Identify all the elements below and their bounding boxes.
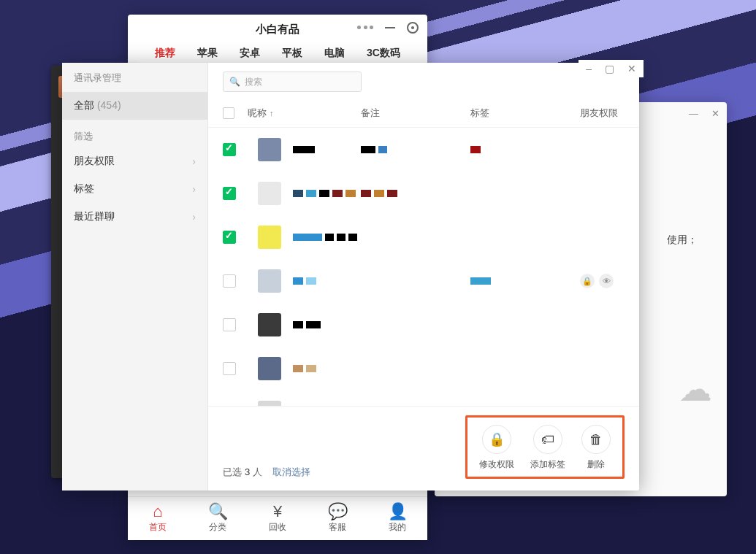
- row-checkbox[interactable]: [223, 143, 236, 156]
- nickname-redacted: [293, 232, 360, 243]
- contacts-footer: 已选 3 人 取消选择 🔒修改权限🏷添加标签🗑删除: [208, 406, 639, 490]
- more-icon[interactable]: [357, 26, 373, 30]
- contact-row[interactable]: [208, 172, 639, 215]
- contact-row[interactable]: [208, 303, 639, 347]
- action-buttons-highlight: 🔒修改权限🏷添加标签🗑删除: [465, 415, 625, 479]
- action-button-0[interactable]: 🔒修改权限: [479, 425, 514, 471]
- selected-suffix: 人: [253, 466, 262, 479]
- filter-label: 朋友权限: [74, 155, 115, 168]
- filter-item-0[interactable]: 朋友权限›: [62, 147, 207, 175]
- filter-item-1[interactable]: 标签›: [62, 175, 207, 203]
- nickname-redacted: [293, 276, 319, 287]
- note-redacted: [361, 188, 470, 199]
- nav-icon: 🔍: [208, 504, 228, 520]
- nickname-redacted: [293, 145, 318, 155]
- nav-label: 客服: [329, 521, 346, 534]
- cancel-selection-link[interactable]: 取消选择: [272, 466, 310, 479]
- wechat-logo-icon: ☁: [679, 369, 712, 409]
- all-label: 全部: [74, 99, 94, 111]
- nav-item-4[interactable]: 👤我的: [367, 497, 427, 540]
- action-icon: 🗑: [581, 425, 611, 454]
- row-checkbox[interactable]: [223, 362, 236, 375]
- row-checkbox[interactable]: [223, 274, 236, 288]
- bg-partial-text: 使用；: [667, 234, 698, 247]
- note-redacted: [361, 145, 470, 155]
- contact-avatar: [258, 138, 281, 161]
- contact-avatar: [258, 226, 281, 249]
- search-icon: 🔍: [229, 77, 240, 87]
- action-button-1[interactable]: 🏷添加标签: [530, 425, 565, 471]
- search-input[interactable]: 🔍 搜索: [223, 72, 362, 92]
- col-header-note[interactable]: 备注: [361, 107, 470, 120]
- app-title: 小白有品: [256, 23, 299, 36]
- all-count: (454): [97, 99, 121, 111]
- col-header-nickname[interactable]: 昵称 ↑: [248, 107, 361, 120]
- contact-row[interactable]: [208, 128, 639, 172]
- row-checkbox[interactable]: [223, 318, 236, 331]
- tag-redacted: [470, 145, 580, 155]
- bgwin-minimize-icon[interactable]: —: [689, 108, 698, 119]
- filter-label: 最近群聊: [74, 210, 115, 223]
- action-label: 删除: [587, 458, 605, 471]
- chevron-right-icon: ›: [192, 183, 196, 195]
- contacts-sidebar: 通讯录管理 全部 (454) 筛选 朋友权限›标签›最近群聊›: [62, 63, 208, 490]
- contact-row[interactable]: [208, 215, 639, 259]
- sidebar-item-all[interactable]: 全部 (454): [62, 92, 207, 120]
- col-header-tag[interactable]: 标签: [470, 107, 580, 120]
- contacts-list: 🔒👁: [208, 128, 639, 406]
- contact-row[interactable]: [208, 347, 639, 391]
- nav-item-0[interactable]: ⌂首页: [128, 497, 188, 540]
- bottom-nav: ⌂首页🔍分类¥回收💬客服👤我的: [128, 496, 427, 540]
- contact-avatar: [258, 357, 281, 380]
- nav-label: 我的: [389, 521, 406, 534]
- nickname-redacted: [293, 188, 359, 199]
- lock-icon: 🔒: [580, 274, 595, 288]
- nickname-redacted: [293, 363, 319, 374]
- action-label: 修改权限: [479, 458, 514, 471]
- chevron-right-icon: ›: [192, 155, 196, 167]
- contacts-manager-window: – ▢ ✕ 通讯录管理 全部 (454) 筛选 朋友权限›标签›最近群聊› 🔍 …: [62, 63, 639, 490]
- selected-prefix: 已选: [223, 466, 242, 479]
- row-checkbox[interactable]: [223, 187, 236, 200]
- contacts-sidebar-title: 通讯录管理: [62, 63, 207, 92]
- minimize-icon[interactable]: [385, 27, 395, 28]
- sort-asc-icon: ↑: [270, 109, 274, 118]
- nav-label: 首页: [149, 521, 167, 534]
- contact-avatar: [258, 269, 281, 293]
- nav-item-1[interactable]: 🔍分类: [188, 497, 248, 540]
- contact-avatar: [258, 313, 281, 336]
- target-icon[interactable]: [407, 22, 419, 34]
- action-label: 添加标签: [530, 458, 565, 471]
- col-header-permission[interactable]: 朋友权限: [580, 107, 625, 120]
- contact-row[interactable]: [208, 391, 639, 406]
- nav-label: 回收: [269, 521, 286, 534]
- nickname-redacted: [293, 320, 324, 331]
- select-all-checkbox[interactable]: [223, 107, 234, 119]
- row-checkbox[interactable]: [223, 231, 236, 244]
- eye-icon: 👁: [599, 274, 614, 288]
- nav-icon: 👤: [388, 504, 408, 520]
- table-header: 昵称 ↑ 备注 标签 朋友权限: [208, 101, 639, 128]
- contacts-main: 🔍 搜索 昵称 ↑ 备注 标签 朋友权限 🔒👁 已选 3 人 取消选择 🔒修改权…: [208, 63, 639, 490]
- contact-avatar: [258, 182, 281, 205]
- action-button-2[interactable]: 🗑删除: [581, 425, 611, 471]
- nav-label: 分类: [209, 521, 226, 534]
- chevron-right-icon: ›: [192, 211, 196, 223]
- nav-item-3[interactable]: 💬客服: [308, 497, 367, 540]
- action-icon: 🔒: [482, 425, 511, 454]
- nav-item-2[interactable]: ¥回收: [248, 497, 308, 540]
- filter-item-2[interactable]: 最近群聊›: [62, 203, 207, 231]
- contact-row[interactable]: 🔒👁: [208, 259, 639, 303]
- search-placeholder: 搜索: [245, 76, 262, 88]
- nav-icon: 💬: [328, 504, 348, 520]
- selected-count: 3: [245, 466, 250, 477]
- nav-icon: ⌂: [153, 504, 162, 520]
- nav-icon: ¥: [273, 504, 282, 520]
- tag-redacted: [470, 276, 580, 287]
- filter-label: 标签: [74, 182, 94, 196]
- action-icon: 🏷: [533, 425, 562, 454]
- permission-icons: 🔒👁: [580, 274, 625, 288]
- contact-avatar: [258, 401, 281, 406]
- bgwin-close-icon[interactable]: ✕: [711, 108, 719, 119]
- filter-section-label: 筛选: [62, 120, 207, 147]
